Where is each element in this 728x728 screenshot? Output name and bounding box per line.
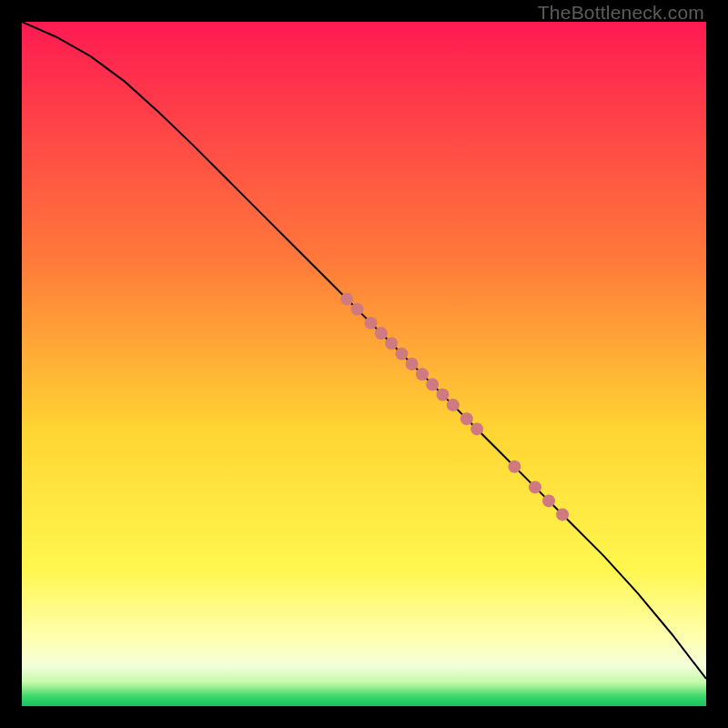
data-point [416, 368, 429, 380]
data-point [395, 348, 408, 360]
data-point [340, 293, 353, 306]
data-point [375, 327, 388, 339]
chart-frame [22, 22, 706, 706]
data-point [460, 412, 473, 425]
data-point [508, 460, 521, 473]
data-point [406, 358, 419, 370]
data-point [542, 494, 555, 507]
data-point [556, 508, 569, 521]
chart-plot [22, 22, 706, 706]
data-point [437, 389, 450, 401]
data-point [447, 399, 460, 411]
watermark-text: TheBottleneck.com [538, 2, 704, 24]
data-point [365, 317, 378, 329]
data-point [529, 480, 541, 493]
data-point [385, 337, 398, 349]
chart-background [22, 22, 706, 706]
data-point [351, 303, 364, 316]
data-point [426, 379, 439, 391]
data-point [470, 422, 483, 435]
